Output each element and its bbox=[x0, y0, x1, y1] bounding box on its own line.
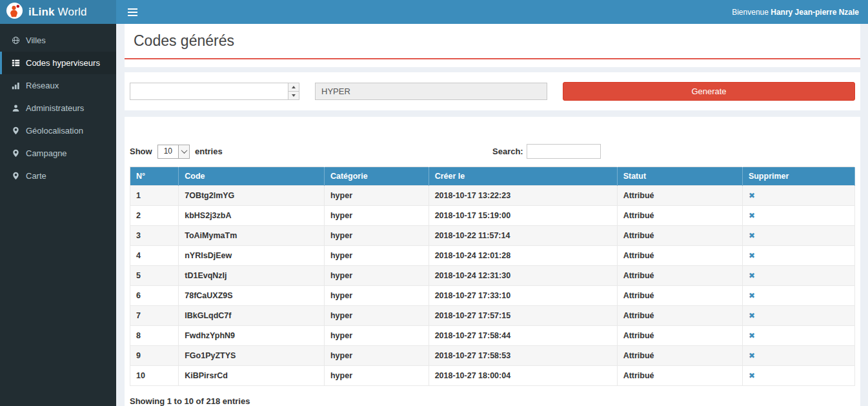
number-spinner-buttons[interactable] bbox=[288, 83, 299, 99]
cell-created: 2018-10-17 13:22:23 bbox=[429, 186, 617, 206]
table-body: 17OBtg2lmYGhyper2018-10-17 13:22:23Attri… bbox=[130, 186, 855, 386]
app-logo-icon bbox=[6, 2, 23, 22]
delete-icon[interactable]: ✖ bbox=[749, 251, 755, 260]
column-header-n[interactable]: N° bbox=[130, 167, 179, 186]
column-header-creer-le[interactable]: Créer le bbox=[429, 167, 617, 186]
cell-delete: ✖ bbox=[742, 246, 854, 266]
brand-title: iLink World bbox=[28, 6, 87, 19]
list-icon bbox=[11, 59, 20, 67]
cell-num: 6 bbox=[130, 286, 179, 306]
cell-delete: ✖ bbox=[742, 186, 854, 206]
signal-icon bbox=[11, 81, 20, 90]
cell-created: 2018-10-27 17:58:53 bbox=[429, 346, 617, 366]
spinner-up-icon[interactable] bbox=[288, 83, 299, 92]
cell-num: 2 bbox=[130, 206, 179, 226]
cell-code: 78fCaUXZ9S bbox=[179, 286, 325, 306]
cell-code: FGo1PyZTYS bbox=[179, 346, 325, 366]
sidebar-item-campagne[interactable]: Campagne bbox=[0, 142, 116, 165]
cell-category: hyper bbox=[324, 346, 429, 366]
cell-created: 2018-10-27 17:57:15 bbox=[429, 306, 617, 326]
cell-status: Attribué bbox=[617, 186, 742, 206]
welcome-text: Bienvenue Hanry Jean-pierre Nzale bbox=[732, 8, 859, 17]
sidebar-item-geolocalisation[interactable]: Géolocalisation bbox=[0, 119, 116, 142]
welcome-prefix: Bienvenue bbox=[732, 8, 769, 17]
sidebar-toggle-button[interactable] bbox=[125, 6, 140, 19]
cell-created: 2018-10-22 11:57:14 bbox=[429, 226, 617, 246]
delete-icon[interactable]: ✖ bbox=[749, 211, 755, 220]
brand-title-light: World bbox=[58, 6, 87, 18]
quantity-input[interactable] bbox=[130, 83, 299, 99]
sidebar-item-label: Villes bbox=[26, 36, 46, 45]
page-length-select[interactable]: 10 bbox=[157, 145, 190, 159]
cell-delete: ✖ bbox=[742, 206, 854, 226]
sidebar-item-villes[interactable]: Villes bbox=[0, 29, 116, 52]
delete-icon[interactable]: ✖ bbox=[749, 291, 755, 300]
column-header-code[interactable]: Code bbox=[179, 167, 325, 186]
table-row: 17OBtg2lmYGhyper2018-10-17 13:22:23Attri… bbox=[130, 186, 855, 206]
table-row: 2kbHS2j3zbAhyper2018-10-17 15:19:00Attri… bbox=[130, 206, 855, 226]
cell-code: kbHS2j3zbA bbox=[179, 206, 325, 226]
sidebar: VillesCodes hyperviseursRéseauxAdministr… bbox=[0, 24, 116, 406]
table-controls: Show 10 entries Search: bbox=[130, 144, 855, 159]
table-row: 5tD1EvqNzIjhyper2018-10-24 12:31:30Attri… bbox=[130, 266, 855, 286]
globe-icon bbox=[11, 36, 20, 45]
brand[interactable]: iLink World bbox=[0, 0, 116, 24]
table-row: 678fCaUXZ9Shyper2018-10-27 17:33:10Attri… bbox=[130, 286, 855, 306]
map-marker-icon bbox=[11, 172, 20, 180]
generate-button[interactable]: Generate bbox=[563, 82, 855, 101]
sidebar-item-label: Géolocalisation bbox=[26, 126, 83, 136]
user-icon bbox=[11, 104, 20, 112]
cell-code: IBkGLqdC7f bbox=[179, 306, 325, 326]
table-row: 9FGo1PyZTYShyper2018-10-27 17:58:53Attri… bbox=[130, 346, 855, 366]
cell-delete: ✖ bbox=[742, 346, 854, 366]
cell-category: hyper bbox=[324, 226, 429, 246]
cell-delete: ✖ bbox=[742, 226, 854, 246]
delete-icon[interactable]: ✖ bbox=[749, 331, 755, 340]
sidebar-item-label: Campagne bbox=[26, 148, 67, 158]
cell-status: Attribué bbox=[617, 226, 742, 246]
sidebar-item-label: Administrateurs bbox=[26, 103, 84, 113]
sidebar-item-carte[interactable]: Carte bbox=[0, 165, 116, 187]
cell-code: 7OBtg2lmYG bbox=[179, 186, 325, 206]
cell-num: 10 bbox=[130, 366, 179, 386]
page-length-value: 10 bbox=[158, 145, 178, 158]
top-bar: iLink World Bienvenue Hanry Jean-pierre … bbox=[0, 0, 868, 24]
delete-icon[interactable]: ✖ bbox=[749, 371, 755, 380]
search-label: Search: bbox=[492, 147, 523, 156]
chevron-down-icon bbox=[178, 145, 189, 158]
column-header-supprimer[interactable]: Supprimer bbox=[742, 167, 854, 186]
cell-delete: ✖ bbox=[742, 326, 854, 346]
cell-delete: ✖ bbox=[742, 306, 854, 326]
brand-title-bold: iLink bbox=[28, 6, 55, 18]
delete-icon[interactable]: ✖ bbox=[749, 231, 755, 240]
cell-category: hyper bbox=[324, 266, 429, 286]
cell-category: hyper bbox=[324, 286, 429, 306]
cell-num: 9 bbox=[130, 346, 179, 366]
cell-created: 2018-10-27 17:58:44 bbox=[429, 326, 617, 346]
cell-category: hyper bbox=[324, 326, 429, 346]
sidebar-item-codes-hyperviseurs[interactable]: Codes hyperviseurs bbox=[0, 52, 116, 74]
main-content: Codes générés Generate Show 10 entries S… bbox=[116, 0, 868, 406]
quantity-input-wrap bbox=[130, 83, 299, 100]
sidebar-item-label: Réseaux bbox=[26, 81, 59, 90]
cell-created: 2018-10-24 12:31:30 bbox=[429, 266, 617, 286]
delete-icon[interactable]: ✖ bbox=[749, 311, 755, 320]
column-header-statut[interactable]: Statut bbox=[617, 167, 742, 186]
sidebar-item-administrateurs[interactable]: Administrateurs bbox=[0, 97, 116, 119]
sidebar-item-label: Carte bbox=[26, 171, 46, 181]
table-row: 3ToAiMymaTmhyper2018-10-22 11:57:14Attri… bbox=[130, 226, 855, 246]
delete-icon[interactable]: ✖ bbox=[749, 271, 755, 280]
spinner-down-icon[interactable] bbox=[288, 92, 299, 99]
cell-created: 2018-10-27 18:00:04 bbox=[429, 366, 617, 386]
sidebar-item-reseaux[interactable]: Réseaux bbox=[0, 74, 116, 97]
codes-table: N°CodeCatégorieCréer leStatutSupprimer 1… bbox=[130, 167, 855, 386]
user-name: Hanry Jean-pierre Nzale bbox=[771, 8, 859, 17]
cell-num: 4 bbox=[130, 246, 179, 266]
cell-status: Attribué bbox=[617, 306, 742, 326]
search-input[interactable] bbox=[527, 144, 601, 159]
delete-icon[interactable]: ✖ bbox=[749, 191, 755, 200]
cell-status: Attribué bbox=[617, 286, 742, 306]
column-header-categorie[interactable]: Catégorie bbox=[324, 167, 429, 186]
category-input[interactable] bbox=[315, 83, 547, 100]
delete-icon[interactable]: ✖ bbox=[749, 351, 755, 360]
